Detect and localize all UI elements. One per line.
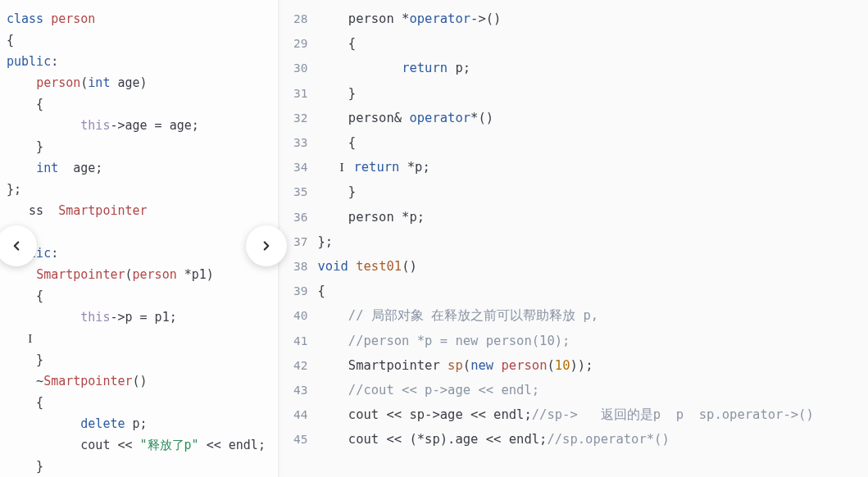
code-line: void test01(): [317, 254, 813, 279]
code-line: {: [317, 130, 813, 155]
code-line: person *operator->(): [317, 7, 813, 31]
chevron-right-icon: [259, 238, 274, 253]
code-line: person *p;: [317, 205, 813, 229]
line-number: 44: [293, 402, 307, 427]
code-line: Smartpointer(person *p1): [7, 264, 271, 285]
line-number: 29: [293, 31, 307, 56]
code-line: lic:: [7, 243, 271, 264]
line-number: 39: [293, 279, 307, 303]
code-line: }: [317, 81, 813, 106]
code-line: {: [317, 279, 813, 303]
line-number: 41: [293, 329, 307, 353]
right-code-panel: 282930313233343536373839404142434445 per…: [279, 0, 868, 477]
code-line: ss Smartpointer: [7, 200, 271, 221]
code-line: {: [7, 392, 271, 413]
code-line: {: [7, 30, 271, 51]
line-number: 34: [293, 155, 307, 179]
code-line: // 局部对象 在释放之前可以帮助释放 p,: [317, 303, 813, 328]
left-code-block: class person{public: person(int age) { t…: [7, 8, 271, 477]
chevron-left-icon: [9, 238, 24, 253]
code-line: cout << sp->age << endl;//sp-> 返回的是p p s…: [317, 402, 813, 427]
code-line: person& operator*(): [317, 106, 813, 130]
line-number: 35: [293, 179, 307, 204]
code-line: };: [317, 229, 813, 254]
code-line: cout << "释放了p" << endl;: [7, 434, 271, 456]
code-line: //person *p = new person(10);: [317, 329, 813, 353]
line-number: 33: [293, 130, 307, 155]
line-number: 38: [293, 254, 307, 279]
line-number: 45: [293, 427, 307, 452]
next-button[interactable]: [246, 225, 287, 266]
code-line: int age;: [7, 157, 271, 179]
code-line: {: [7, 285, 271, 307]
code-line: }: [7, 136, 271, 157]
code-line: person(int age): [7, 72, 271, 93]
line-number: 42: [293, 353, 307, 378]
left-code-panel: class person{public: person(int age) { t…: [0, 0, 279, 477]
right-code-block: person *operator->() { return p; } perso…: [317, 0, 813, 477]
code-line: [7, 221, 271, 243]
code-line: }: [7, 349, 271, 370]
code-line: Smartpointer sp(new person(10));: [317, 353, 813, 378]
code-line: this->p = p1;: [7, 307, 271, 328]
code-line: ~Smartpointer(): [7, 370, 271, 392]
code-line: cout << (*sp).age << endl;//sp.operator*…: [317, 427, 813, 452]
line-number: 36: [293, 205, 307, 229]
line-number: 28: [293, 7, 307, 31]
line-number: 30: [293, 56, 307, 80]
line-number: 40: [293, 303, 307, 328]
code-line: };: [7, 179, 271, 200]
code-line: delete p;: [7, 413, 271, 434]
code-line: {: [7, 93, 271, 115]
code-line: public:: [7, 51, 271, 72]
code-line: class person: [7, 8, 271, 30]
code-line: {: [317, 31, 813, 56]
line-number: 32: [293, 106, 307, 130]
code-line: I: [7, 328, 271, 349]
code-line: }: [317, 179, 813, 204]
line-number: 37: [293, 229, 307, 254]
code-line: }: [7, 456, 271, 477]
code-line: this->age = age;: [7, 115, 271, 136]
code-line: I return *p;: [317, 155, 813, 179]
code-line: return p;: [317, 56, 813, 80]
code-line: //cout << p->age << endl;: [317, 378, 813, 402]
line-number: 31: [293, 81, 307, 106]
line-number: 43: [293, 378, 307, 402]
